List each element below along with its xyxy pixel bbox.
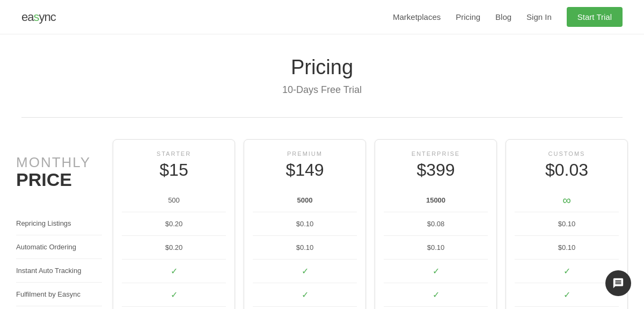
plan-row-starter-5: ✗ — [122, 307, 226, 309]
logo[interactable]: easync — [21, 10, 56, 24]
chat-icon — [612, 277, 624, 289]
plan-row-starter-0: 500 — [122, 189, 226, 212]
plan-row-enterprise-2: $0.10 — [384, 236, 488, 260]
infinity-icon: ∞ — [562, 195, 571, 206]
plan-row-customs-0: ∞ — [515, 189, 619, 212]
plan-price-starter: $15 — [159, 160, 188, 180]
plan-price-premium: $149 — [286, 160, 324, 180]
navbar: easync Marketplaces Pricing Blog Sign In… — [0, 0, 644, 34]
nav-links: Marketplaces Pricing Blog Sign In Start … — [393, 7, 623, 27]
plan-row-customs-3: ✓ — [515, 260, 619, 283]
plan-row-customs-5: ✓ — [515, 307, 619, 309]
plan-row-customs-4: ✓ — [515, 283, 619, 307]
plan-rows-customs: ∞$0.10$0.10✓✓✓ — [515, 189, 619, 309]
plan-name-starter: STARTER — [157, 150, 191, 157]
plan-name-premium: PREMIUM — [287, 150, 323, 157]
plan-row-premium-2: $0.10 — [253, 236, 357, 260]
plan-row-premium-4: ✓ — [253, 283, 357, 307]
check-icon: ✓ — [302, 290, 309, 300]
nav-blog[interactable]: Blog — [495, 12, 511, 21]
feature-label-fulfilment-by-easync: Fulfilment by Easync — [16, 283, 102, 306]
plan-price-enterprise: $399 — [416, 160, 455, 180]
plan-name-enterprise: ENTERPRISE — [412, 150, 460, 157]
page-title: Pricing — [0, 56, 644, 79]
plan-row-starter-2: $0.20 — [122, 236, 226, 260]
plan-row-customs-1: $0.10 — [515, 212, 619, 236]
pricing-section: MONTHLY PRICE Repricing ListingsAutomati… — [0, 128, 644, 309]
divider — [21, 117, 623, 118]
check-icon: ✓ — [171, 266, 178, 276]
plan-row-enterprise-0: 15000 — [384, 189, 488, 212]
hero-section: Pricing 10-Days Free Trial — [0, 34, 644, 106]
plan-row-starter-1: $0.20 — [122, 212, 226, 236]
plan-row-enterprise-1: $0.08 — [384, 212, 488, 236]
plan-row-enterprise-4: ✓ — [384, 283, 488, 307]
plan-row-starter-4: ✓ — [122, 283, 226, 307]
feature-label-hot-items-&-finder: Hot Items & Finder — [16, 306, 102, 309]
check-icon: ✓ — [564, 290, 570, 300]
feature-label-repricing-listings: Repricing Listings — [16, 212, 102, 235]
plan-rows-starter: 500$0.20$0.20✓✓✗ — [122, 189, 226, 309]
plan-price-customs: $0.03 — [545, 160, 588, 180]
monthly-bottom: PRICE — [16, 169, 102, 190]
check-icon: ✓ — [564, 266, 570, 276]
plan-card-starter: STARTER$15500$0.20$0.20✓✓✗Start — [113, 139, 235, 309]
check-icon: ✓ — [433, 290, 440, 300]
feature-label-automatic-ordering: Automatic Ordering — [16, 235, 102, 259]
plan-row-customs-2: $0.10 — [515, 236, 619, 260]
plan-row-enterprise-3: ✓ — [384, 260, 488, 283]
feature-labels: Repricing ListingsAutomatic OrderingInst… — [16, 212, 102, 309]
check-icon: ✓ — [302, 266, 309, 276]
plan-row-premium-3: ✓ — [253, 260, 357, 283]
monthly-label: MONTHLY PRICE Repricing ListingsAutomati… — [16, 139, 102, 309]
plan-row-premium-5: ✓ — [253, 307, 357, 309]
plan-name-customs: CUSTOMS — [548, 150, 586, 157]
plan-row-starter-3: ✓ — [122, 260, 226, 283]
plan-card-enterprise: ENTERPRISE$39915000$0.08$0.10✓✓✓Start Tr… — [375, 139, 497, 309]
feature-label-instant-auto-tracking: Instant Auto Tracking — [16, 259, 102, 283]
plan-rows-premium: 5000$0.10$0.10✓✓✓ — [253, 189, 357, 309]
nav-start-trial-button[interactable]: Start Trial — [567, 7, 623, 27]
nav-pricing[interactable]: Pricing — [456, 12, 480, 21]
page-subtitle: 10-Days Free Trial — [0, 84, 644, 96]
plan-row-enterprise-5: ✓ — [384, 307, 488, 309]
check-icon: ✓ — [171, 290, 178, 300]
plan-card-premium: PREMIUM$1495000$0.10$0.10✓✓✓Start Trial — [244, 139, 366, 309]
monthly-top: MONTHLY — [16, 155, 102, 169]
chat-bubble[interactable] — [605, 270, 631, 296]
plans-container: STARTER$15500$0.20$0.20✓✓✗StartPREMIUM$1… — [113, 139, 628, 309]
nav-marketplaces[interactable]: Marketplaces — [393, 12, 441, 21]
plan-row-premium-1: $0.10 — [253, 212, 357, 236]
plan-rows-enterprise: 15000$0.08$0.10✓✓✓ — [384, 189, 488, 309]
nav-signin[interactable]: Sign In — [526, 12, 552, 21]
check-icon: ✓ — [433, 266, 440, 276]
plan-row-premium-0: 5000 — [253, 189, 357, 212]
